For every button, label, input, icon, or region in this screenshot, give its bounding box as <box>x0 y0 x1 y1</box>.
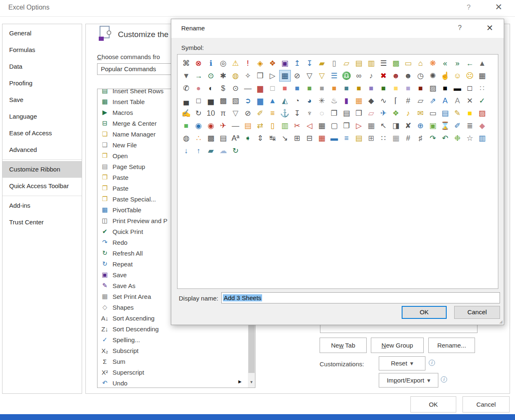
symbol-cell[interactable]: ✈ <box>218 120 229 132</box>
symbol-cell[interactable]: ⇗ <box>427 95 439 107</box>
resize-grip-icon[interactable]: ◢ <box>499 319 502 324</box>
symbol-cell[interactable]: ♆ <box>304 107 315 119</box>
symbol-cell[interactable]: ↖ <box>378 120 389 132</box>
symbol-cell[interactable]: ❒ <box>353 107 365 119</box>
symbol-cell[interactable]: ♪ <box>365 70 377 82</box>
symbol-cell[interactable]: ♪ <box>402 107 414 119</box>
symbol-cell[interactable]: ✈ <box>378 107 389 119</box>
symbol-cell[interactable]: ▼ <box>180 70 192 82</box>
symbol-cell[interactable]: ✳ <box>316 95 328 107</box>
symbol-cell[interactable]: ☻ <box>402 70 414 82</box>
symbol-cell[interactable]: 10 <box>205 107 217 119</box>
symbol-cell[interactable]: ▤ <box>439 107 451 119</box>
symbol-cell[interactable]: ■ <box>353 82 365 94</box>
symbol-cell[interactable]: □ <box>192 95 204 107</box>
command-item[interactable]: ΣSum <box>98 356 248 367</box>
symbol-cell[interactable]: ⊘ <box>291 70 303 82</box>
sidebar-item-trust-center[interactable]: Trust Center <box>2 214 82 231</box>
close-icon[interactable]: ✕ <box>495 2 502 12</box>
symbol-cell[interactable]: ▽ <box>316 70 328 82</box>
symbol-cell[interactable]: ▷ <box>353 120 365 132</box>
symbol-cell[interactable]: ⌂ <box>415 57 426 69</box>
symbol-cell[interactable]: ⊟ <box>304 132 315 144</box>
symbol-cell[interactable]: » <box>452 57 463 69</box>
new-tab-button[interactable]: New Tab <box>320 338 367 353</box>
symbol-cell[interactable]: ↧ <box>304 57 315 69</box>
symbol-cell[interactable]: ≡ <box>341 132 352 144</box>
symbol-cell[interactable]: ☰ <box>328 70 340 82</box>
symbol-cell[interactable]: ⊞ <box>291 132 303 144</box>
symbol-cell[interactable]: □ <box>464 82 475 94</box>
symbol-cell[interactable]: ▱ <box>415 95 426 107</box>
symbol-cell[interactable]: ▤ <box>341 107 352 119</box>
help-icon[interactable]: ? <box>467 3 470 12</box>
symbol-cell[interactable]: ⌛ <box>439 120 451 132</box>
symbol-cell[interactable]: ■ <box>464 107 475 119</box>
symbol-cell[interactable]: ▥ <box>279 120 291 132</box>
rename-button[interactable]: Rename... <box>428 338 475 353</box>
sidebar-item-advanced[interactable]: Advanced <box>2 142 82 158</box>
symbol-cell[interactable]: ☝ <box>439 70 451 82</box>
symbol-cell[interactable]: ▰ <box>205 145 217 157</box>
symbol-cell[interactable]: ▤ <box>353 132 365 144</box>
symbol-cell[interactable]: ▣ <box>279 57 291 69</box>
symbol-cell[interactable]: ▱ <box>365 107 377 119</box>
symbol-cell[interactable]: ▨ <box>476 107 488 119</box>
symbol-cell[interactable]: ∴ <box>192 132 204 144</box>
command-item[interactable]: X²Superscript <box>98 367 248 378</box>
symbol-cell[interactable]: ⇄ <box>254 120 266 132</box>
symbol-cell[interactable]: ♨ <box>328 95 340 107</box>
symbol-cell[interactable]: ▩ <box>205 132 217 144</box>
symbol-cell[interactable]: ✕ <box>464 95 475 107</box>
symbol-cell[interactable]: ✎ <box>452 107 463 119</box>
symbol-cell[interactable]: ≣ <box>464 120 475 132</box>
symbol-cell[interactable]: ▆ <box>254 95 266 107</box>
symbol-cell[interactable]: ▤ <box>353 57 365 69</box>
symbol-cell[interactable]: ↘ <box>279 132 291 144</box>
symbol-cell[interactable]: ∿ <box>378 95 389 107</box>
symbol-cell[interactable]: ▤ <box>242 120 254 132</box>
dialog-close-icon[interactable]: ✕ <box>486 23 493 33</box>
symbol-cell[interactable]: ✓ <box>476 95 488 107</box>
symbol-cell[interactable]: ☰ <box>378 57 389 69</box>
sidebar-item-general[interactable]: General <box>2 25 82 42</box>
symbol-cell[interactable]: ↷ <box>427 132 439 144</box>
symbol-cell[interactable]: ▦ <box>476 70 488 82</box>
symbol-cell[interactable]: ◕ <box>304 95 315 107</box>
symbol-cell[interactable]: A <box>439 95 451 107</box>
symbol-cell[interactable]: ✖ <box>378 70 389 82</box>
symbol-cell[interactable]: ⊗ <box>192 57 204 69</box>
symbol-cell[interactable]: ⊞ <box>365 132 377 144</box>
symbol-cell[interactable]: ⊘ <box>242 107 254 119</box>
symbol-cell[interactable]: π <box>218 107 229 119</box>
symbol-cell[interactable]: ◎ <box>218 57 229 69</box>
symbol-cell[interactable]: ◍ <box>230 70 241 82</box>
symbol-cell[interactable]: ▽ <box>304 70 315 82</box>
symbol-cell[interactable]: ↹ <box>267 132 278 144</box>
symbol-cell[interactable]: ⚠ <box>230 57 241 69</box>
symbol-cell[interactable]: ▲ <box>476 57 488 69</box>
symbol-cell[interactable]: ▧ <box>230 95 241 107</box>
symbol-cell[interactable]: ▰ <box>316 57 328 69</box>
symbol-cell[interactable]: ▭ <box>427 107 439 119</box>
symbol-cell[interactable]: ◆ <box>476 120 488 132</box>
symbol-cell[interactable]: « <box>439 57 451 69</box>
symbol-cell[interactable]: ↧ <box>291 107 303 119</box>
sidebar-item-ease-of-access[interactable]: Ease of Access <box>2 125 82 142</box>
symbol-cell[interactable]: ▦ <box>353 95 365 107</box>
symbol-cell[interactable]: ♎ <box>341 70 352 82</box>
symbol-cell[interactable]: — <box>242 82 254 94</box>
symbol-cell[interactable]: ◈ <box>254 57 266 69</box>
symbol-cell[interactable]: ◭ <box>279 95 291 107</box>
symbol-cell[interactable]: ✉ <box>415 107 426 119</box>
symbol-cell[interactable]: ■ <box>439 82 451 94</box>
symbol-cell[interactable]: ✘ <box>402 120 414 132</box>
symbol-cell[interactable]: ● <box>192 82 204 94</box>
symbol-cell[interactable]: ✂ <box>291 120 303 132</box>
symbol-cell[interactable]: ✆ <box>180 82 192 94</box>
symbol-cell[interactable]: ▷ <box>267 70 278 82</box>
symbol-cell[interactable]: ∞ <box>353 70 365 82</box>
symbol-cell[interactable]: ■ <box>341 82 352 94</box>
symbol-cell[interactable]: # <box>402 95 414 107</box>
symbol-cell[interactable]: ■ <box>316 82 328 94</box>
